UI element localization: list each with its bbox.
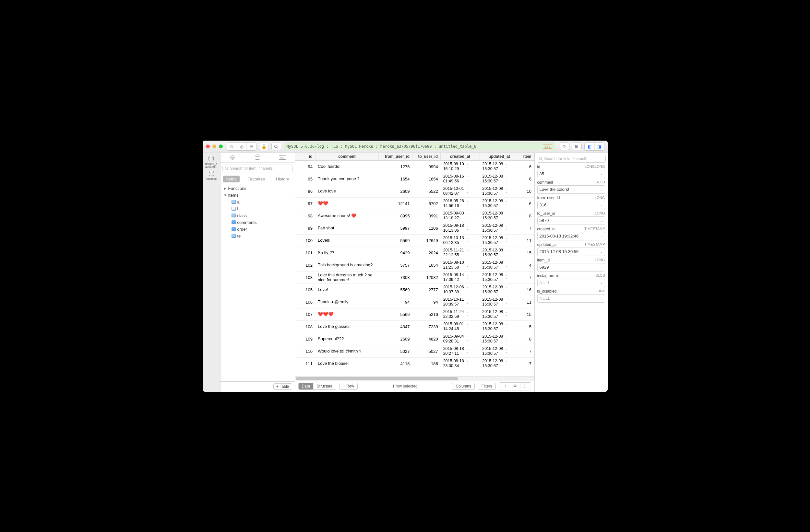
stepper-icon[interactable]: ⌃⌄ [505, 226, 507, 230]
stepper-icon[interactable]: ⌃⌄ [466, 177, 469, 181]
connection-heroku[interactable]: heroku_a 370579... [205, 155, 217, 168]
tab-favorites[interactable]: Favorites [244, 176, 268, 182]
eye-icon[interactable]: ◎ [237, 143, 246, 150]
sidebar-table-a[interactable]: a [221, 199, 295, 205]
stepper-icon[interactable]: ⌃⌄ [505, 276, 507, 279]
table-row[interactable]: 101So fly ??942920242015-11-21 22:12:55⌃… [295, 247, 534, 259]
table-row[interactable]: 106Thank u @emily94942015-10-11 20:39:57… [295, 296, 534, 308]
table-row[interactable]: 100Love!!!5569126492015-10-13 06:12:35⌃⌄… [295, 234, 534, 247]
stepper-icon[interactable]: ⌃⌄ [466, 251, 469, 255]
stepper-icon[interactable]: ⌃⌄ [466, 312, 469, 316]
stepper-icon[interactable]: ⌃⌄ [505, 325, 507, 329]
refresh-icon[interactable]: ⟳ [560, 142, 569, 150]
sidebar-table-b[interactable]: b [221, 205, 295, 212]
stepper-icon[interactable]: ⌃⌄ [505, 288, 507, 292]
grid-icon[interactable]: ⊞ [572, 142, 582, 150]
filters-button[interactable]: Filters [478, 383, 496, 390]
list-icon[interactable]: ☰ [246, 143, 256, 150]
stepper-icon[interactable]: ⌃⌄ [466, 214, 469, 218]
stepper-icon[interactable]: ⌃⌄ [505, 362, 507, 365]
gear-icon[interactable]: ⚙ [510, 383, 520, 390]
table-row[interactable]: 97❤️❤️1214167022018-05-26 14:56:16⌃⌄2015… [295, 197, 534, 210]
column-id[interactable]: id [295, 153, 315, 161]
minimize-button[interactable] [212, 145, 216, 148]
table-row[interactable]: 98Awesome shorts! ❤️899539912015-09-03 1… [295, 210, 534, 222]
sidebar-search[interactable]: Search for item: ^name$... [223, 165, 293, 172]
column-to_user_id[interactable]: to_user_id [412, 153, 441, 161]
stepper-icon[interactable]: ⌃⌄ [505, 251, 507, 255]
data-tab[interactable]: Data [298, 383, 313, 389]
column-updated_at[interactable]: updated_at [480, 153, 519, 161]
stepper-icon[interactable]: ⌃⌄ [466, 288, 469, 292]
stepper-icon[interactable]: ⌃⌄ [466, 362, 469, 365]
search-icon[interactable] [271, 143, 281, 150]
cancel-icon[interactable]: ⊘ [227, 143, 237, 150]
sql-icon[interactable]: SQL [270, 153, 295, 162]
stepper-icon[interactable]: ⌃⌄ [466, 300, 469, 304]
stepper-icon[interactable]: ⌃⌄ [466, 276, 469, 279]
stepper-icon[interactable]: ⌃⌄ [466, 226, 469, 230]
field-input[interactable]: 316⌄ [537, 201, 605, 209]
maximize-button[interactable] [219, 145, 223, 148]
stepper-icon[interactable]: ⌃⌄ [466, 325, 469, 329]
stepper-icon[interactable]: ⌃⌄ [505, 337, 507, 341]
field-input[interactable]: 85⌄ [537, 170, 605, 178]
stepper-icon[interactable]: ⌃⌄ [505, 201, 507, 205]
sidebar-table-comments[interactable]: comments [221, 219, 295, 226]
lock-icon[interactable]: 🔓 [259, 143, 269, 150]
inspector-search[interactable]: Search for field: ^name$... [537, 155, 606, 163]
add-row-button[interactable]: + Row [340, 383, 358, 390]
tree-functions[interactable]: ▶Functions [221, 185, 295, 192]
table-row[interactable]: 94Cool hairdo!127699942015-08-10 16:10:2… [295, 160, 534, 173]
column-comment[interactable]: comment [315, 153, 379, 161]
breadcrumb[interactable]: MySQL 5.6.36-log : TLS : MySQL Heroku : … [284, 143, 555, 150]
tree-items[interactable]: ▼Items [221, 192, 295, 199]
stepper-icon[interactable]: ⌃⌄ [505, 349, 507, 353]
stepper-icon[interactable]: ⌃⌄ [466, 337, 469, 341]
table-row[interactable]: 105Love!556927772015-12-06 10:37:39⌃⌄201… [295, 283, 534, 296]
field-input[interactable]: Love the colors!⌄ [537, 185, 605, 194]
field-input[interactable]: 6929⌄ [537, 263, 605, 271]
horizontal-scrollbar[interactable] [295, 376, 534, 381]
stepper-icon[interactable]: ⌃⌄ [466, 189, 469, 193]
table-row[interactable]: 107❤️❤️❤️556952162015-11-24 22:02:59⌃⌄20… [295, 308, 534, 320]
table-row[interactable]: 111Love the blouse!41181862015-08-18 23:… [295, 358, 534, 370]
stepper-icon[interactable]: ⌃⌄ [505, 238, 507, 242]
prev-button[interactable]: 〈 [499, 383, 510, 390]
field-input[interactable]: NULL⌄ [537, 279, 605, 287]
table-row[interactable]: 102This background is amazing?5757165420… [295, 259, 534, 271]
structure-tab[interactable]: Structure [313, 383, 336, 389]
stepper-icon[interactable]: ⌃⌄ [466, 263, 469, 267]
stepper-icon[interactable]: ⌃⌄ [505, 312, 507, 316]
sidebar-table-class[interactable]: class [221, 212, 295, 219]
sidebar-table-order[interactable]: order [221, 226, 295, 233]
field-input[interactable]: 2015-08-18 19:32:46⌄ [537, 232, 605, 240]
tab-items[interactable]: Items [223, 176, 240, 182]
field-input[interactable]: 5879⌄ [537, 216, 605, 225]
tab-history[interactable]: History [273, 176, 292, 182]
stepper-icon[interactable]: ⌃⌄ [505, 300, 507, 304]
table-row[interactable]: 96Love love260955222015-10-01 08:42:07⌃⌄… [295, 185, 534, 197]
table-row[interactable]: 108Love the glasses!434772392015-08-01 1… [295, 320, 534, 333]
stepper-icon[interactable]: ⌃⌄ [505, 177, 507, 181]
table-row[interactable]: 103Love this dress so much ? so nice for… [295, 271, 534, 283]
right-panel-toggle[interactable]: ◨ [594, 143, 604, 150]
plug-icon[interactable] [221, 153, 245, 162]
connection-katonice[interactable]: katonice [206, 170, 217, 181]
column-from_user_id[interactable]: from_user_id [379, 153, 412, 161]
table-row[interactable]: 109Supercool???260948202015-09-04 09:28:… [295, 333, 534, 345]
columns-button[interactable]: Columns [452, 383, 474, 390]
close-button[interactable] [206, 145, 210, 148]
table-row[interactable]: 99Fab shot599711062015-08-18 16:13:06⌃⌄2… [295, 222, 534, 234]
column-item[interactable]: item [519, 153, 534, 161]
field-input[interactable]: NULL⌄ [537, 294, 605, 303]
stepper-icon[interactable]: ⌃⌄ [505, 189, 507, 193]
table-row[interactable]: 95Thank you everyone ?165416542015-08-16… [295, 173, 534, 185]
next-button[interactable]: 〉 [520, 383, 531, 390]
database-icon[interactable] [245, 153, 270, 162]
stepper-icon[interactable]: ⌃⌄ [505, 165, 507, 168]
stepper-icon[interactable]: ⌃⌄ [505, 263, 507, 267]
sidebar-table-te[interactable]: te [221, 233, 295, 239]
stepper-icon[interactable]: ⌃⌄ [466, 201, 469, 205]
stepper-icon[interactable]: ⌃⌄ [466, 165, 469, 168]
